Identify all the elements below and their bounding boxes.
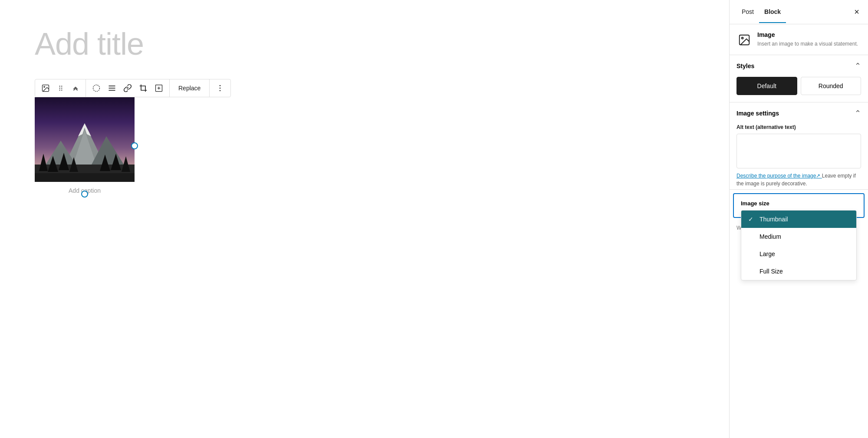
describe-purpose-link[interactable]: Describe the purpose of the image↗ bbox=[736, 173, 822, 179]
dropdown-item-thumbnail[interactable]: ✓ Thumbnail bbox=[741, 211, 856, 228]
image-block-icon bbox=[736, 32, 752, 48]
dropdown-item-large[interactable]: Large bbox=[741, 245, 856, 263]
block-info-section: Image Insert an image to make a visual s… bbox=[730, 24, 868, 55]
image-block-wrapper: Add caption bbox=[35, 97, 135, 194]
close-button[interactable]: × bbox=[852, 5, 861, 19]
sidebar-tabs: Post Block × bbox=[730, 0, 868, 24]
dropdown-item-fullsize[interactable]: Full Size bbox=[741, 263, 856, 280]
toolbar-group-more bbox=[210, 79, 230, 97]
alt-text-label: Alt text (alternative text) bbox=[730, 124, 868, 130]
crop-btn[interactable] bbox=[135, 81, 151, 95]
block-title: Image bbox=[757, 31, 858, 38]
drag-handle-btn[interactable] bbox=[53, 82, 68, 95]
replace-button[interactable]: Replace bbox=[172, 81, 207, 95]
tab-block[interactable]: Block bbox=[759, 1, 786, 23]
align-btn[interactable] bbox=[104, 81, 120, 95]
style-rounded-btn[interactable]: Rounded bbox=[801, 77, 861, 95]
svg-point-7 bbox=[61, 89, 62, 90]
tab-post[interactable]: Post bbox=[736, 1, 759, 23]
svg-point-16 bbox=[220, 88, 221, 89]
svg-point-17 bbox=[220, 90, 221, 92]
toolbar-group-image bbox=[35, 79, 86, 97]
alt-text-input[interactable] bbox=[736, 134, 861, 168]
toolbar-group-replace: Replace bbox=[170, 79, 210, 97]
block-toolbar: Replace bbox=[35, 79, 231, 97]
checkmark-icon: ✓ bbox=[748, 216, 755, 223]
svg-point-15 bbox=[220, 85, 221, 86]
toolbar-group-actions bbox=[86, 79, 170, 97]
post-title[interactable]: Add title bbox=[35, 26, 694, 62]
style-default-btn[interactable]: Default bbox=[736, 77, 797, 95]
svg-point-6 bbox=[59, 89, 60, 90]
svg-point-8 bbox=[93, 85, 100, 92]
describe-link-container: Describe the purpose of the image↗ Leave… bbox=[730, 168, 868, 189]
styles-section-content: Default Rounded bbox=[730, 77, 868, 102]
image-settings-label: Image settings bbox=[736, 110, 779, 117]
sidebar: Post Block × Image Insert an image to ma… bbox=[729, 0, 868, 438]
svg-point-5 bbox=[61, 88, 62, 89]
resize-handle-bottom[interactable] bbox=[81, 191, 88, 198]
block-info-text: Image Insert an image to make a visual s… bbox=[757, 31, 858, 48]
more-options-btn[interactable] bbox=[212, 81, 228, 95]
block-description: Insert an image to make a visual stateme… bbox=[757, 40, 858, 48]
block-info: Image Insert an image to make a visual s… bbox=[736, 31, 861, 48]
styles-section: Styles ⌃ Default Rounded bbox=[730, 55, 868, 102]
text-overlay-btn[interactable] bbox=[151, 81, 167, 95]
svg-point-2 bbox=[59, 86, 60, 86]
link-btn[interactable] bbox=[120, 81, 135, 95]
svg-point-1 bbox=[44, 86, 45, 88]
image-size-section: Image size ✓ Thumbnail Medium Large bbox=[733, 193, 865, 218]
svg-point-4 bbox=[59, 88, 60, 89]
image-settings-section: Image settings ⌃ Alt text (alternative t… bbox=[730, 102, 868, 190]
image-size-label: Image size bbox=[741, 194, 857, 210]
styles-chevron-up-icon: ⌃ bbox=[855, 61, 861, 71]
move-up-btn[interactable] bbox=[68, 82, 83, 95]
editor-area: Add title bbox=[0, 0, 729, 438]
block-image[interactable] bbox=[35, 97, 135, 182]
resize-handle-right[interactable] bbox=[131, 142, 138, 149]
image-settings-chevron-icon: ⌃ bbox=[855, 109, 861, 118]
image-block-icon-btn[interactable] bbox=[38, 81, 53, 95]
svg-point-3 bbox=[61, 86, 62, 86]
select-btn[interactable] bbox=[89, 81, 104, 95]
image-size-dropdown-list: ✓ Thumbnail Medium Large Full Size bbox=[741, 210, 857, 280]
dropdown-item-medium[interactable]: Medium bbox=[741, 228, 856, 245]
image-settings-section-header[interactable]: Image settings ⌃ bbox=[730, 102, 868, 124]
style-options: Default Rounded bbox=[736, 77, 861, 95]
svg-point-34 bbox=[742, 37, 743, 39]
styles-section-label: Styles bbox=[736, 63, 754, 69]
styles-section-header[interactable]: Styles ⌃ bbox=[730, 55, 868, 77]
